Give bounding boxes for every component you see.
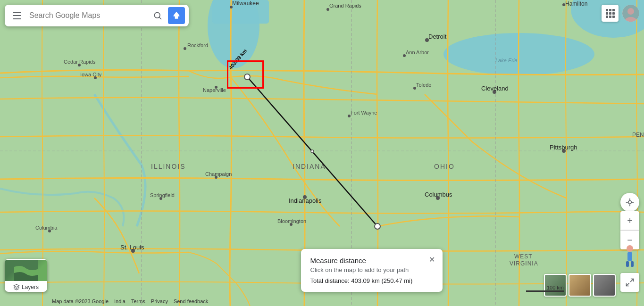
location-button[interactable] xyxy=(620,193,639,212)
svg-text:Indianapolis: Indianapolis xyxy=(289,197,322,204)
layers-button[interactable]: Layers xyxy=(5,259,47,292)
svg-point-76 xyxy=(628,201,632,204)
svg-text:Columbus: Columbus xyxy=(425,191,452,198)
layers-label: Layers xyxy=(22,284,39,290)
hamburger-button[interactable] xyxy=(8,7,25,24)
svg-text:Naperville: Naperville xyxy=(203,87,226,93)
svg-text:PEN: PEN xyxy=(632,132,644,138)
measure-popup-distance: Total distance: 403.09 km (250.47 mi) xyxy=(310,277,433,284)
svg-point-73 xyxy=(627,8,634,15)
svg-rect-63 xyxy=(606,9,608,11)
svg-text:OHIO: OHIO xyxy=(434,163,455,170)
avatar[interactable] xyxy=(622,5,639,22)
footer-links: Map data ©2023 Google India Terms Privac… xyxy=(52,298,208,304)
search-bar xyxy=(5,5,189,26)
google-apps-button[interactable] xyxy=(602,5,619,22)
svg-text:ILLINOIS: ILLINOIS xyxy=(151,163,186,170)
svg-rect-65 xyxy=(612,9,615,11)
svg-text:Ann Arbor: Ann Arbor xyxy=(406,50,429,55)
svg-rect-67 xyxy=(609,12,611,15)
svg-text:VIRGINIA: VIRGINIA xyxy=(510,260,538,267)
svg-text:Champaign: Champaign xyxy=(205,171,232,177)
measure-close-button[interactable]: ✕ xyxy=(427,254,438,265)
svg-line-62 xyxy=(159,17,161,19)
svg-text:Hamilton: Hamilton xyxy=(565,0,587,7)
measure-popup-title: Measure distance xyxy=(310,256,433,265)
svg-text:Bloomington: Bloomington xyxy=(277,218,306,224)
zoom-in-button[interactable]: + xyxy=(620,211,639,230)
svg-rect-66 xyxy=(606,12,608,15)
scale-label: 100 km xyxy=(547,285,564,290)
svg-rect-69 xyxy=(606,16,608,18)
svg-rect-70 xyxy=(609,16,611,18)
scale-line xyxy=(526,290,564,292)
svg-point-58 xyxy=(375,223,380,229)
measure-popup-subtitle: Click on the map to add to your path xyxy=(310,266,433,273)
expand-button[interactable] xyxy=(620,273,639,292)
svg-text:Milwaukee: Milwaukee xyxy=(232,0,259,7)
svg-rect-82 xyxy=(627,252,632,261)
footer-terms-link[interactable]: Terms xyxy=(131,298,145,304)
map-controls: + − xyxy=(620,211,639,249)
footer-feedback-link[interactable]: Send feedback xyxy=(174,298,208,304)
svg-point-81 xyxy=(627,245,633,252)
svg-text:INDIANA: INDIANA xyxy=(293,163,326,170)
terrain-view-button[interactable] xyxy=(569,274,591,297)
svg-text:Grand Rapids: Grand Rapids xyxy=(329,3,361,8)
svg-text:Rockford: Rockford xyxy=(187,42,208,48)
svg-rect-71 xyxy=(612,16,615,18)
svg-text:Columbia: Columbia xyxy=(35,225,58,231)
svg-rect-84 xyxy=(631,261,634,267)
svg-text:Springfield: Springfield xyxy=(150,192,175,198)
svg-text:Detroit: Detroit xyxy=(428,33,447,40)
svg-text:WEST: WEST xyxy=(514,253,533,260)
svg-text:Cleveland: Cleveland xyxy=(481,85,509,92)
footer-privacy-link[interactable]: Privacy xyxy=(151,298,168,304)
svg-text:Pittsburgh: Pittsburgh xyxy=(550,144,577,151)
footer-map-data: Map data ©2023 Google xyxy=(52,298,109,304)
svg-text:Lake Erie: Lake Erie xyxy=(495,58,517,63)
svg-rect-83 xyxy=(626,261,629,267)
layers-thumbnail xyxy=(5,260,47,281)
scale-bar: 100 km xyxy=(526,285,564,292)
map-container[interactable]: Milwaukee Grand Rapids Hamilton Detroit … xyxy=(0,0,644,306)
svg-text:St. Louis: St. Louis xyxy=(120,244,144,251)
svg-text:Iowa City: Iowa City xyxy=(80,72,102,77)
measure-distance-popup: Measure distance Click on the map to add… xyxy=(301,249,443,292)
search-input[interactable] xyxy=(25,11,149,20)
svg-rect-68 xyxy=(612,12,615,15)
svg-text:Toledo: Toledo xyxy=(416,82,431,88)
more-view-button[interactable] xyxy=(593,274,616,297)
svg-point-57 xyxy=(244,74,250,80)
svg-rect-64 xyxy=(609,9,611,11)
pegman-button[interactable] xyxy=(620,245,639,268)
footer-india-link[interactable]: India xyxy=(114,298,125,304)
svg-text:Cedar Rapids: Cedar Rapids xyxy=(64,59,96,65)
search-button[interactable] xyxy=(149,7,166,24)
svg-text:Fort Wayne: Fort Wayne xyxy=(351,110,377,116)
directions-button[interactable] xyxy=(168,7,185,24)
svg-point-59 xyxy=(311,150,314,153)
svg-point-17 xyxy=(184,47,186,50)
